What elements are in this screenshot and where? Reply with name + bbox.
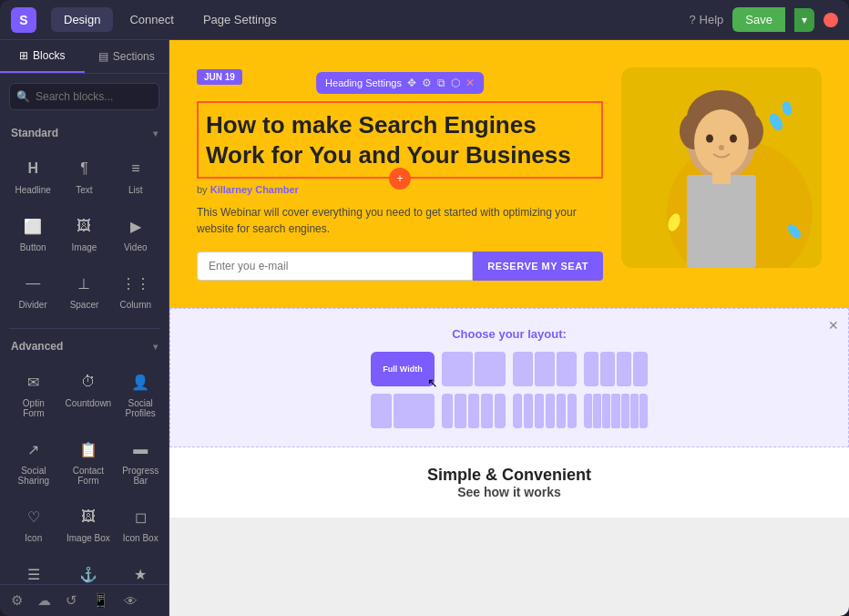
layout-close-button[interactable]: ✕	[828, 318, 839, 333]
standard-blocks-grid: H Headline ¶ Text ≡ List ⬜ Button 🖼 I	[0, 145, 169, 324]
block-divider[interactable]: — Divider	[9, 263, 56, 317]
layout-row-2	[371, 394, 648, 428]
layout-3col[interactable]	[513, 352, 577, 386]
layout-6col[interactable]	[513, 394, 577, 428]
heading-toolbar: Heading Settings ✥ ⚙ ⧉ ⬡ ✕	[316, 72, 484, 94]
block-text[interactable]: ¶ Text	[60, 149, 107, 202]
person-image	[621, 67, 822, 268]
block-contact-form[interactable]: 📋 Contact Form	[62, 429, 116, 493]
email-input[interactable]	[197, 252, 473, 281]
reserve-button[interactable]: RESERVE MY SEAT	[473, 252, 603, 281]
layout-5col[interactable]	[442, 394, 506, 428]
svg-point-12	[781, 100, 793, 117]
history-icon[interactable]: ↺	[66, 592, 77, 609]
advanced-blocks-grid: ✉ Optin Form ⏱ Countdown 👤 Social Profil…	[0, 358, 169, 584]
layout-section: ✕ Choose your layout: Full Width ↖	[169, 308, 849, 447]
save-button[interactable]: Save	[732, 7, 785, 32]
layout-7col[interactable]	[584, 394, 648, 428]
sidebar: ⊞ Blocks ▤ Sections 🔍 Standard ▾ H Headl…	[0, 40, 169, 616]
block-anchor[interactable]: ⚓ Anchor	[62, 554, 116, 584]
block-icon[interactable]: ♡ Icon	[9, 497, 58, 550]
sidebar-scroll: 🔍 Standard ▾ H Headline ¶ Text ≡ List	[0, 74, 169, 584]
toolbar-copy-icon[interactable]: ⧉	[437, 77, 445, 89]
block-video[interactable]: ▶ Video	[112, 206, 159, 260]
toolbar-delete-icon[interactable]: ✕	[465, 77, 475, 89]
tab-design[interactable]: Design	[51, 7, 113, 32]
search-input[interactable]	[9, 83, 159, 110]
toolbar-icons: ✥ ⚙ ⧉ ⬡ ✕	[407, 77, 475, 89]
block-image[interactable]: 🖼 Image	[60, 206, 107, 260]
block-list[interactable]: ≡ List	[112, 149, 159, 202]
heading-settings-label: Heading Settings	[325, 77, 402, 88]
nav-tabs: Design Connect Page Settings	[51, 7, 290, 32]
block-headline[interactable]: H Headline	[9, 149, 56, 202]
cursor-icon: ↖	[427, 375, 438, 390]
author-link[interactable]: Killarney Chamber	[210, 184, 299, 195]
mobile-icon[interactable]: 📱	[92, 592, 109, 609]
person-svg	[621, 67, 822, 268]
block-button[interactable]: ⬜ Button	[9, 206, 56, 260]
full-width-label: Full Width	[383, 364, 422, 374]
layout-1-2[interactable]	[371, 394, 435, 428]
block-image-box[interactable]: 🖼 Image Box	[62, 497, 116, 550]
block-star-rating[interactable]: ★ Star Rating	[118, 554, 162, 584]
block-nav-menu[interactable]: ☰ Nav Menu	[9, 554, 58, 584]
toolbar-settings-icon[interactable]: ⚙	[422, 77, 432, 89]
settings-icon[interactable]: ⚙	[11, 592, 23, 609]
block-social-profiles[interactable]: 👤 Social Profiles	[118, 362, 162, 426]
block-column[interactable]: ⋮⋮ Column	[112, 263, 159, 317]
svg-rect-10	[712, 168, 731, 184]
divider	[9, 328, 159, 329]
block-social-sharing[interactable]: ↗ Social Sharing	[9, 429, 58, 493]
blocks-icon: ⊞	[19, 49, 28, 62]
svg-point-8	[719, 145, 724, 150]
toolbar-move-icon[interactable]: ✥	[407, 77, 416, 89]
cloud-icon[interactable]: ☁	[37, 592, 51, 609]
svg-point-11	[767, 111, 785, 132]
bottom-title: Simple & Convenient	[188, 466, 831, 485]
help-icon: ?	[689, 13, 695, 26]
sidebar-bottom: ⚙ ☁ ↺ 📱 👁	[0, 584, 169, 616]
yellow-hero-section: JUN 19 Heading Settings ✥ ⚙ ⧉ ⬡ ✕	[169, 40, 849, 308]
layout-options: Full Width ↖	[189, 352, 830, 428]
svg-point-6	[706, 135, 713, 143]
topbar: S Design Connect Page Settings ? Help Sa…	[0, 0, 849, 40]
tab-connect[interactable]: Connect	[117, 7, 186, 32]
layout-full-width[interactable]: Full Width ↖	[371, 352, 435, 386]
description-text: This Webinar will cover everything you n…	[197, 204, 603, 237]
eye-icon[interactable]: 👁	[124, 593, 138, 609]
chevron-down-icon[interactable]: ▾	[153, 128, 158, 139]
close-button[interactable]	[823, 13, 838, 27]
topbar-right: ? Help Save ▾	[689, 7, 838, 32]
block-icon-box[interactable]: ◻ Icon Box	[118, 497, 162, 550]
block-spacer[interactable]: ⊥ Spacer	[60, 263, 107, 317]
layout-2col[interactable]	[442, 352, 506, 386]
help-button[interactable]: ? Help	[689, 13, 723, 26]
save-dropdown-button[interactable]: ▾	[794, 8, 814, 32]
heading-controls[interactable]: +	[389, 168, 411, 190]
logo: S	[11, 7, 36, 33]
svg-point-5	[694, 109, 749, 175]
tab-sections[interactable]: ▤ Sections	[85, 40, 169, 73]
email-row: RESERVE MY SEAT	[197, 252, 603, 281]
layout-4col[interactable]	[584, 352, 648, 386]
bottom-subtitle: See how it works	[188, 485, 831, 499]
search-box: 🔍	[9, 83, 159, 110]
block-countdown[interactable]: ⏱ Countdown	[62, 362, 116, 426]
block-progress-bar[interactable]: ▬ Progress Bar	[118, 429, 162, 493]
date-badge: JUN 19	[197, 69, 242, 85]
svg-rect-9	[687, 175, 756, 268]
left-content: JUN 19 Heading Settings ✥ ⚙ ⧉ ⬡ ✕	[197, 67, 603, 281]
tab-page-settings[interactable]: Page Settings	[190, 7, 290, 32]
svg-point-7	[730, 135, 737, 143]
advanced-section-header: Advanced ▾	[0, 333, 169, 358]
search-icon: 🔍	[16, 90, 30, 103]
tab-blocks[interactable]: ⊞ Blocks	[0, 40, 85, 73]
bottom-section: Simple & Convenient See how it works	[169, 447, 849, 518]
canvas: JUN 19 Heading Settings ✥ ⚙ ⧉ ⬡ ✕	[169, 40, 849, 616]
toolbar-save-icon[interactable]: ⬡	[451, 77, 460, 89]
content-area: JUN 19 Heading Settings ✥ ⚙ ⧉ ⬡ ✕	[197, 67, 822, 281]
chevron-down-icon-advanced[interactable]: ▾	[153, 342, 158, 352]
block-optin-form[interactable]: ✉ Optin Form	[9, 362, 58, 426]
heading-box[interactable]: How to make Search Engines Work for You …	[197, 101, 603, 179]
